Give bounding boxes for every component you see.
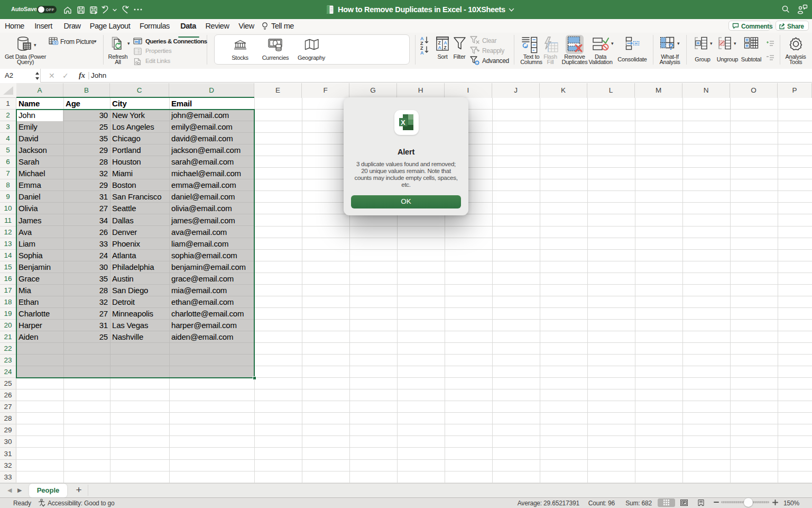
svg-text:X: X xyxy=(401,119,405,126)
svg-text:A: A xyxy=(438,45,441,50)
svg-text:?: ? xyxy=(668,42,673,52)
svg-text:Z: Z xyxy=(420,41,423,45)
svg-text:Z: Z xyxy=(444,45,447,50)
